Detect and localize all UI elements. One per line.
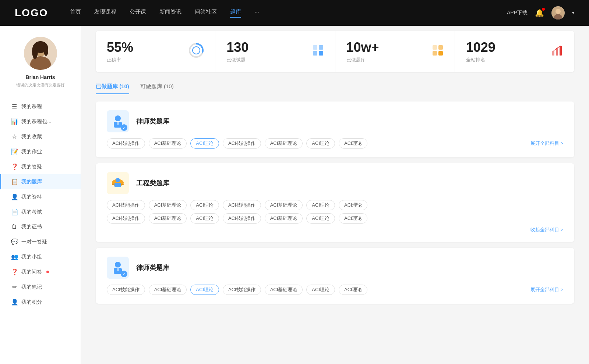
sidebar-item-certificate[interactable]: 🗒 我的证书 — [0, 220, 81, 234]
tag-item[interactable]: ACI基础理论 — [265, 200, 303, 210]
qbank-card-engineer: 工程类题库 ACI技能操作 ACI基础理论 ACI理论 ACI技能操作 ACI基… — [96, 163, 574, 242]
homework-icon: 📝 — [11, 148, 18, 155]
nav-link-qa[interactable]: 问答社区 — [195, 8, 217, 18]
svg-rect-18 — [433, 51, 437, 56]
qbank-check-icon-2: ✓ — [121, 271, 127, 277]
sidebar-item-label: 我的问答 — [21, 269, 42, 275]
tab-done-banks[interactable]: 已做题库 (10) — [96, 83, 129, 94]
svg-rect-13 — [319, 45, 323, 50]
sidebar-item-favorites[interactable]: ☆ 我的收藏 — [0, 129, 81, 144]
tag-item[interactable]: ACI技能操作 — [107, 213, 145, 224]
sidebar-item-questions[interactable]: ❓ 我的问答 — [0, 264, 81, 279]
stats-row: 55% 正确率 130 已做试题 — [96, 31, 574, 72]
sidebar-item-one-on-one[interactable]: 💬 一对一答疑 — [0, 234, 81, 249]
tag-item[interactable]: ACI技能操作 — [223, 213, 261, 224]
tag-item[interactable]: ACI理论 — [339, 200, 367, 210]
svg-rect-20 — [552, 51, 554, 56]
tag-item-active-2[interactable]: ACI理论 — [190, 285, 219, 295]
svg-point-7 — [32, 44, 38, 59]
tag-item[interactable]: ACI理论 — [306, 213, 335, 224]
notes-icon: ✏ — [11, 283, 18, 290]
notification-dot — [542, 8, 545, 11]
tag-item[interactable]: ACI基础理论 — [265, 213, 303, 224]
sidebar-item-label: 我的资料 — [21, 194, 42, 200]
sidebar-item-label: 我的课程 — [21, 103, 42, 110]
exam-icon: 📄 — [11, 208, 18, 215]
engineer-icon-wrap — [107, 172, 129, 194]
sidebar-item-qa-mine[interactable]: ❓ 我的答疑 — [0, 159, 81, 174]
tag-item[interactable]: ACI理论 — [339, 138, 367, 149]
stat-banks-label: 已做题库 — [346, 57, 379, 63]
oneOnOne-icon: 💬 — [11, 238, 18, 245]
user-avatar[interactable] — [551, 6, 565, 19]
tag-item-active[interactable]: ACI理论 — [190, 138, 219, 149]
nav-link-more[interactable]: ··· — [254, 8, 259, 18]
sidebar-motto: 错误的决定比没有决定要好 — [7, 82, 73, 88]
profile-icon: 👤 — [11, 193, 18, 200]
navbar: LOGO 首页 发现课程 公开课 新闻资讯 问答社区 题库 ··· APP下载 … — [0, 0, 589, 26]
stat-questions-value: 130 — [226, 40, 248, 55]
nav-link-opencourse[interactable]: 公开课 — [130, 8, 146, 18]
svg-point-23 — [115, 115, 121, 121]
main-content: 我的题库 体验剩余23天！ 55% 正确率 130 已做试题 — [81, 0, 589, 338]
nav-right: APP下载 🔔 ▾ — [507, 6, 574, 19]
sidebar-item-courses[interactable]: ☰ 我的课程 — [0, 99, 81, 114]
stat-accuracy: 55% 正确率 — [96, 31, 215, 72]
sidebar-item-homework[interactable]: 📝 我的作业 — [0, 144, 81, 159]
stat-questions-label: 已做试题 — [226, 57, 248, 63]
tag-item[interactable]: ACI基础理论 — [149, 200, 187, 210]
svg-point-29 — [116, 178, 120, 182]
app-download-button[interactable]: APP下载 — [507, 10, 528, 16]
tag-item[interactable]: ACI理论 — [306, 138, 335, 149]
nav-link-news[interactable]: 新闻资讯 — [159, 8, 181, 18]
coursepack-icon: 📊 — [11, 118, 18, 125]
tag-item[interactable]: ACI基础理论 — [149, 138, 187, 149]
qbank-header-3: ✓ 律师类题库 — [107, 257, 563, 279]
sidebar-item-notes[interactable]: ✏ 我的笔记 — [0, 279, 81, 295]
tag-item[interactable]: ACI技能操作 — [107, 285, 145, 295]
expand-link-1[interactable]: 展开全部科目 > — [530, 140, 563, 147]
nav-link-home[interactable]: 首页 — [70, 8, 81, 18]
sidebar-item-group[interactable]: 👥 我的小组 — [0, 249, 81, 264]
qbank-tags-3: ACI技能操作 ACI基础理论 ACI理论 ACI技能操作 ACI基础理论 AC… — [107, 285, 563, 295]
sidebar-item-exam[interactable]: 📄 我的考试 — [0, 204, 81, 220]
qbank-title-2: 工程类题库 — [136, 179, 169, 188]
svg-rect-33 — [117, 267, 119, 271]
tag-item[interactable]: ACI技能操作 — [107, 200, 145, 210]
notification-bell[interactable]: 🔔 — [535, 8, 544, 17]
nav-link-questionbank[interactable]: 题库 — [230, 8, 241, 18]
expand-link-3[interactable]: 展开全部科目 > — [530, 286, 563, 293]
qbank-card-lawyer-2: ✓ 律师类题库 ACI技能操作 ACI基础理论 ACI理论 ACI技能操作 AC… — [96, 248, 574, 304]
tag-item[interactable]: ACI理论 — [339, 285, 367, 295]
tag-item[interactable]: ACI理论 — [306, 285, 335, 295]
user-menu-chevron[interactable]: ▾ — [572, 10, 574, 15]
stat-banks-done: 10w+ 已做题库 — [335, 31, 455, 72]
sidebar-item-label: 一对一答疑 — [21, 239, 47, 245]
tag-item[interactable]: ACI基础理论 — [149, 285, 187, 295]
nav-logo: LOGO — [15, 7, 48, 19]
questionbank-icon: 📋 — [11, 178, 18, 185]
sidebar-item-profile[interactable]: 👤 我的资料 — [0, 189, 81, 204]
tag-item[interactable]: ACI理论 — [190, 213, 219, 224]
tab-available-banks[interactable]: 可做题库 (10) — [140, 83, 174, 94]
tag-item[interactable]: ACI技能操作 — [223, 285, 261, 295]
points-icon: 👤 — [11, 299, 18, 306]
tag-item[interactable]: ACI理论 — [306, 200, 335, 210]
sidebar-item-points[interactable]: 👤 我的积分 — [0, 295, 81, 310]
sidebar-item-label: 我的作业 — [21, 149, 42, 155]
tag-item[interactable]: ACI技能操作 — [223, 200, 261, 210]
tag-item[interactable]: ACI技能操作 — [107, 138, 145, 149]
sidebar-item-coursepack[interactable]: 📊 我的课程包... — [0, 114, 81, 129]
tag-item[interactable]: ACI基础理论 — [265, 285, 303, 295]
collapse-link-2[interactable]: 收起全部科目 > — [107, 226, 563, 233]
tag-item[interactable]: ACI理论 — [339, 213, 367, 224]
questions-icon: ❓ — [11, 268, 18, 275]
tag-item[interactable]: ACI理论 — [190, 200, 219, 210]
rank-chart-icon — [551, 44, 563, 59]
tag-item[interactable]: ACI基础理论 — [265, 138, 303, 149]
tag-item[interactable]: ACI技能操作 — [223, 138, 261, 149]
tag-item[interactable]: ACI基础理论 — [149, 213, 187, 224]
sidebar-item-questionbank[interactable]: 📋 我的题库 — [0, 174, 81, 189]
nav-link-discover[interactable]: 发现课程 — [94, 8, 116, 18]
qbank-card-lawyer-1: ✓ 律师类题库 ACI技能操作 ACI基础理论 ACI理论 ACI技能操作 AC… — [96, 101, 574, 157]
